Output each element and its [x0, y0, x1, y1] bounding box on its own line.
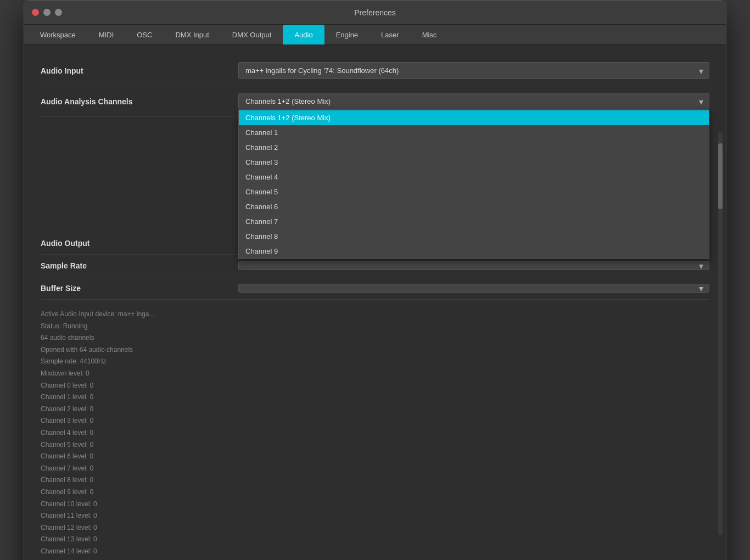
sample-rate-dropdown[interactable]: ▾ [238, 261, 709, 270]
dropdown-option-channel-5[interactable]: Channel 5 [239, 184, 709, 199]
scroll-thumb[interactable] [718, 143, 723, 209]
audio-analysis-channels-dropdown-menu: Channels 1+2 (Stereo Mix) Channel 1 Chan… [238, 110, 709, 259]
status-line: Channel 9 level: 0 [41, 486, 709, 499]
dropdown-option-stereo-mix[interactable]: Channels 1+2 (Stereo Mix) [239, 110, 709, 125]
tab-midi[interactable]: MIDI [87, 25, 125, 44]
tab-dmx-input[interactable]: DMX Input [164, 25, 220, 44]
buffer-size-control: ▾ [238, 284, 709, 293]
audio-analysis-channels-value: Channels 1+2 (Stereo Mix) [245, 97, 331, 105]
status-line: Sample rate: 44100Hz [41, 356, 709, 368]
dropdown-option-channel-9[interactable]: Channel 9 [239, 244, 709, 259]
tab-misc[interactable]: Misc [411, 25, 449, 44]
traffic-lights [32, 9, 62, 16]
minimize-button[interactable] [43, 9, 51, 16]
tab-audio[interactable]: Audio [283, 25, 324, 44]
dropdown-option-channel-7[interactable]: Channel 7 [239, 214, 709, 229]
status-line: Channel 4 level: 0 [41, 427, 709, 439]
tab-workspace[interactable]: Workspace [29, 25, 87, 44]
buffer-size-dropdown[interactable]: ▾ [238, 284, 709, 293]
maximize-button[interactable] [55, 9, 62, 16]
status-line: Channel 11 level: 0 [41, 510, 709, 522]
tab-dmx-output[interactable]: DMX Output [221, 25, 283, 44]
preferences-window: Preferences Workspace MIDI OSC DMX Input… [24, 0, 726, 560]
audio-analysis-channels-dropdown[interactable]: Channels 1+2 (Stereo Mix) ▾ [238, 93, 709, 110]
dropdown-option-channel-6[interactable]: Channel 6 [239, 199, 709, 214]
audio-analysis-channels-control: Channels 1+2 (Stereo Mix) ▾ Channels 1+2… [238, 93, 709, 110]
audio-input-row: Audio Input ma++ ingalls for Cycling '74… [41, 55, 709, 86]
status-line: Channel 1 level: 0 [41, 391, 709, 404]
status-info: Active Audio Input device: ma++ inga... … [41, 309, 709, 557]
tab-engine[interactable]: Engine [324, 25, 370, 44]
close-button[interactable] [32, 9, 39, 16]
status-line: 64 audio channels [41, 332, 709, 344]
audio-analysis-channels-label: Audio Analysis Channels [41, 93, 238, 106]
sample-rate-label: Sample Rate [41, 261, 238, 270]
scrollbar[interactable] [718, 132, 723, 535]
status-line: Status: Running [41, 321, 709, 333]
dropdown-option-channel-4[interactable]: Channel 4 [239, 170, 709, 184]
status-line: Channel 10 level: 0 [41, 499, 709, 511]
sample-rate-control: ▾ [238, 261, 709, 270]
audio-input-value: ma++ ingalls for Cycling '74: Soundflowe… [245, 66, 399, 75]
status-line: Channel 5 level: 0 [41, 439, 709, 451]
dropdown-option-channel-1[interactable]: Channel 1 [239, 125, 709, 140]
content-area: Audio Input ma++ ingalls for Cycling '74… [24, 44, 726, 560]
chevron-down-icon: ▾ [699, 261, 703, 271]
status-line: Channel 8 level: 0 [41, 474, 709, 486]
audio-input-label: Audio Input [41, 66, 238, 75]
tab-laser[interactable]: Laser [370, 25, 411, 44]
audio-output-label: Audio Output [41, 239, 238, 248]
buffer-size-label: Buffer Size [41, 284, 238, 293]
chevron-down-icon: ▾ [699, 283, 703, 294]
status-line: Opened with 64 audio channels [41, 344, 709, 356]
buffer-size-row: Buffer Size ▾ [41, 277, 709, 300]
status-line: Channel 13 level: 0 [41, 534, 709, 546]
status-line: Channel 14 level: 0 [41, 546, 709, 558]
titlebar: Preferences [24, 1, 726, 25]
status-line: Channel 6 level: 0 [41, 451, 709, 463]
status-line: Active Audio Input device: ma++ inga... [41, 309, 709, 321]
dropdown-option-channel-2[interactable]: Channel 2 [239, 140, 709, 155]
tab-bar: Workspace MIDI OSC DMX Input DMX Output … [24, 25, 726, 44]
status-line: Mixdown level: 0 [41, 368, 709, 380]
status-line: Channel 12 level: 0 [41, 522, 709, 534]
status-line: Channel 0 level: 0 [41, 380, 709, 392]
status-line: Channel 3 level: 0 [41, 415, 709, 427]
audio-input-dropdown[interactable]: ma++ ingalls for Cycling '74: Soundflowe… [238, 62, 709, 79]
dropdown-option-channel-3[interactable]: Channel 3 [239, 155, 709, 170]
chevron-down-icon: ▾ [699, 65, 703, 76]
dropdown-option-channel-8[interactable]: Channel 8 [239, 229, 709, 244]
tab-osc[interactable]: OSC [125, 25, 164, 44]
window-title: Preferences [354, 8, 395, 17]
status-line: Channel 2 level: 0 [41, 404, 709, 416]
status-line: Channel 7 level: 0 [41, 463, 709, 475]
chevron-down-icon: ▾ [699, 96, 703, 107]
audio-input-control: ma++ ingalls for Cycling '74: Soundflowe… [238, 62, 709, 79]
audio-analysis-channels-row: Audio Analysis Channels Channels 1+2 (St… [41, 86, 709, 117]
